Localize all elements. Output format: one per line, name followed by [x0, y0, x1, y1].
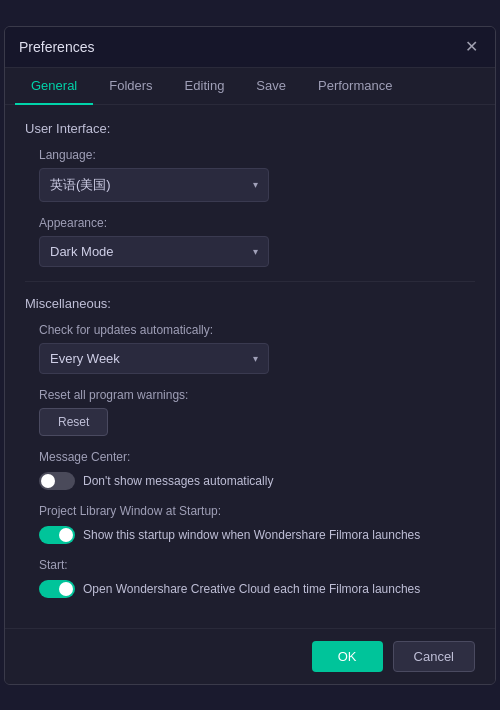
tab-performance[interactable]: Performance [302, 68, 408, 105]
language-group: Language: 英语(美国) ▾ [39, 148, 475, 202]
tab-general[interactable]: General [15, 68, 93, 105]
close-button[interactable]: ✕ [461, 37, 481, 57]
tab-editing[interactable]: Editing [169, 68, 241, 105]
start-group: Start: Open Wondershare Creative Cloud e… [39, 558, 475, 598]
project-library-label: Project Library Window at Startup: [39, 504, 475, 518]
start-label: Start: [39, 558, 475, 572]
content-area: User Interface: Language: 英语(美国) ▾ Appea… [5, 105, 495, 628]
project-library-toggle-row: Show this startup window when Wondershar… [39, 526, 475, 544]
check-updates-group: Check for updates automatically: Every W… [39, 323, 475, 374]
title-bar: Preferences ✕ [5, 27, 495, 68]
start-toggle[interactable] [39, 580, 75, 598]
appearance-value: Dark Mode [50, 244, 114, 259]
reset-label: Reset all program warnings: [39, 388, 475, 402]
tabs-bar: General Folders Editing Save Performance [5, 68, 495, 105]
appearance-chevron-icon: ▾ [253, 246, 258, 257]
start-toggle-label: Open Wondershare Creative Cloud each tim… [83, 582, 420, 596]
message-center-group: Message Center: Don't show messages auto… [39, 450, 475, 490]
project-library-toggle-knob [59, 528, 73, 542]
dialog-title: Preferences [19, 39, 94, 55]
project-library-group: Project Library Window at Startup: Show … [39, 504, 475, 544]
start-toggle-knob [59, 582, 73, 596]
divider-1 [25, 281, 475, 282]
reset-group: Reset all program warnings: Reset [39, 388, 475, 436]
project-library-toggle[interactable] [39, 526, 75, 544]
preferences-dialog: Preferences ✕ General Folders Editing Sa… [4, 26, 496, 685]
check-updates-label: Check for updates automatically: [39, 323, 475, 337]
user-interface-section-label: User Interface: [25, 121, 475, 136]
appearance-group: Appearance: Dark Mode ▾ [39, 216, 475, 267]
language-dropdown[interactable]: 英语(美国) ▾ [39, 168, 269, 202]
language-value: 英语(美国) [50, 176, 111, 194]
tab-save[interactable]: Save [240, 68, 302, 105]
message-center-toggle-row: Don't show messages automatically [39, 472, 475, 490]
tab-folders[interactable]: Folders [93, 68, 168, 105]
message-center-toggle-label: Don't show messages automatically [83, 474, 273, 488]
check-updates-value: Every Week [50, 351, 120, 366]
language-label: Language: [39, 148, 475, 162]
appearance-dropdown[interactable]: Dark Mode ▾ [39, 236, 269, 267]
project-library-toggle-label: Show this startup window when Wondershar… [83, 528, 420, 542]
check-updates-dropdown[interactable]: Every Week ▾ [39, 343, 269, 374]
start-toggle-row: Open Wondershare Creative Cloud each tim… [39, 580, 475, 598]
dialog-footer: OK Cancel [5, 628, 495, 684]
miscellaneous-section-label: Miscellaneous: [25, 296, 475, 311]
check-updates-chevron-icon: ▾ [253, 353, 258, 364]
message-center-toggle[interactable] [39, 472, 75, 490]
close-icon: ✕ [465, 37, 478, 56]
cancel-button[interactable]: Cancel [393, 641, 475, 672]
ok-button[interactable]: OK [312, 641, 383, 672]
message-center-toggle-knob [41, 474, 55, 488]
language-chevron-icon: ▾ [253, 179, 258, 190]
reset-button[interactable]: Reset [39, 408, 108, 436]
appearance-label: Appearance: [39, 216, 475, 230]
message-center-label: Message Center: [39, 450, 475, 464]
